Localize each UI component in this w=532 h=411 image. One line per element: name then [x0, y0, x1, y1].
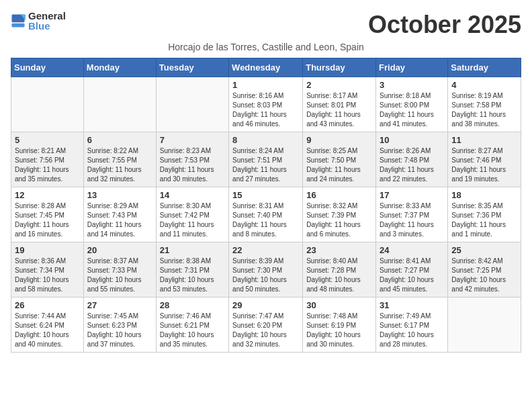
day-info: Sunrise: 8:37 AM Sunset: 7:33 PM Dayligh…: [87, 257, 152, 294]
day-info: Sunrise: 8:26 AM Sunset: 7:48 PM Dayligh…: [380, 146, 444, 184]
day-number: 23: [306, 245, 372, 255]
day-number: 5: [15, 135, 80, 145]
day-info: Sunrise: 7:45 AM Sunset: 6:23 PM Dayligh…: [87, 312, 152, 349]
calendar-cell: 30Sunrise: 7:48 AM Sunset: 6:19 PM Dayli…: [303, 298, 376, 353]
calendar-cell: 4Sunrise: 8:19 AM Sunset: 7:58 PM Daylig…: [448, 77, 521, 132]
day-info: Sunrise: 8:41 AM Sunset: 7:27 PM Dayligh…: [380, 257, 444, 294]
day-info: Sunrise: 8:33 AM Sunset: 7:37 PM Dayligh…: [380, 201, 444, 239]
calendar-cell: 9Sunrise: 8:25 AM Sunset: 7:50 PM Daylig…: [303, 132, 376, 187]
day-number: 16: [306, 190, 372, 200]
week-row-4: 19Sunrise: 8:36 AM Sunset: 7:34 PM Dayli…: [11, 242, 521, 298]
day-number: 7: [160, 135, 225, 145]
header-saturday: Saturday: [448, 58, 521, 77]
calendar-cell: 29Sunrise: 7:47 AM Sunset: 6:20 PM Dayli…: [229, 298, 303, 353]
day-info: Sunrise: 8:39 AM Sunset: 7:30 PM Dayligh…: [232, 257, 299, 294]
day-info: Sunrise: 8:30 AM Sunset: 7:42 PM Dayligh…: [160, 201, 225, 239]
calendar: SundayMondayTuesdayWednesdayThursdayFrid…: [11, 58, 521, 353]
day-number: 1: [232, 80, 299, 90]
day-info: Sunrise: 8:17 AM Sunset: 8:01 PM Dayligh…: [306, 91, 372, 129]
page-header: General Blue October 2025: [11, 11, 521, 39]
calendar-cell: 18Sunrise: 8:35 AM Sunset: 7:36 PM Dayli…: [448, 187, 521, 242]
day-info: Sunrise: 7:46 AM Sunset: 6:21 PM Dayligh…: [160, 312, 225, 349]
day-info: Sunrise: 8:38 AM Sunset: 7:31 PM Dayligh…: [160, 257, 225, 294]
logo-text: General Blue: [28, 11, 66, 31]
day-info: Sunrise: 8:28 AM Sunset: 7:45 PM Dayligh…: [15, 201, 80, 239]
calendar-cell: 19Sunrise: 8:36 AM Sunset: 7:34 PM Dayli…: [11, 242, 84, 298]
calendar-cell: 6Sunrise: 8:22 AM Sunset: 7:55 PM Daylig…: [83, 132, 156, 187]
day-number: 14: [160, 190, 225, 200]
day-number: 17: [380, 190, 444, 200]
calendar-cell: 11Sunrise: 8:27 AM Sunset: 7:46 PM Dayli…: [448, 132, 521, 187]
day-number: 12: [15, 190, 80, 200]
header-monday: Monday: [83, 58, 156, 77]
day-info: Sunrise: 8:21 AM Sunset: 7:56 PM Dayligh…: [15, 146, 80, 184]
calendar-cell: [83, 77, 156, 132]
day-number: 9: [306, 135, 372, 145]
day-info: Sunrise: 8:24 AM Sunset: 7:51 PM Dayligh…: [232, 146, 299, 184]
day-info: Sunrise: 8:31 AM Sunset: 7:40 PM Dayligh…: [232, 201, 299, 239]
logo-general: General: [28, 11, 66, 21]
calendar-cell: [11, 77, 84, 132]
day-number: 2: [306, 80, 372, 90]
day-number: 8: [232, 135, 299, 145]
calendar-cell: [448, 298, 521, 353]
header-wednesday: Wednesday: [229, 58, 303, 77]
day-info: Sunrise: 7:44 AM Sunset: 6:24 PM Dayligh…: [15, 312, 80, 349]
day-number: 4: [451, 80, 517, 90]
calendar-cell: 17Sunrise: 8:33 AM Sunset: 7:37 PM Dayli…: [376, 187, 448, 242]
calendar-cell: 26Sunrise: 7:44 AM Sunset: 6:24 PM Dayli…: [11, 298, 84, 353]
day-info: Sunrise: 7:49 AM Sunset: 6:17 PM Dayligh…: [380, 312, 444, 349]
day-number: 15: [232, 190, 299, 200]
header-friday: Friday: [376, 58, 448, 77]
calendar-cell: 25Sunrise: 8:42 AM Sunset: 7:25 PM Dayli…: [448, 242, 521, 298]
svg-rect-1: [11, 24, 24, 28]
day-number: 22: [232, 245, 299, 255]
day-info: Sunrise: 8:42 AM Sunset: 7:25 PM Dayligh…: [451, 257, 517, 294]
month-title: October 2025: [368, 11, 521, 39]
day-number: 28: [160, 300, 225, 310]
calendar-cell: 12Sunrise: 8:28 AM Sunset: 7:45 PM Dayli…: [11, 187, 84, 242]
header-tuesday: Tuesday: [156, 58, 228, 77]
calendar-header-row: SundayMondayTuesdayWednesdayThursdayFrid…: [11, 58, 521, 77]
day-number: 13: [87, 190, 152, 200]
calendar-cell: 14Sunrise: 8:30 AM Sunset: 7:42 PM Dayli…: [156, 187, 228, 242]
day-info: Sunrise: 8:16 AM Sunset: 8:03 PM Dayligh…: [232, 91, 299, 129]
calendar-cell: 13Sunrise: 8:29 AM Sunset: 7:43 PM Dayli…: [83, 187, 156, 242]
day-number: 27: [87, 300, 152, 310]
day-number: 11: [451, 135, 517, 145]
day-number: 3: [380, 80, 444, 90]
week-row-3: 12Sunrise: 8:28 AM Sunset: 7:45 PM Dayli…: [11, 187, 521, 242]
calendar-cell: 28Sunrise: 7:46 AM Sunset: 6:21 PM Dayli…: [156, 298, 228, 353]
calendar-cell: 1Sunrise: 8:16 AM Sunset: 8:03 PM Daylig…: [229, 77, 303, 132]
calendar-cell: 27Sunrise: 7:45 AM Sunset: 6:23 PM Dayli…: [83, 298, 156, 353]
day-number: 29: [232, 300, 299, 310]
calendar-cell: 3Sunrise: 8:18 AM Sunset: 8:00 PM Daylig…: [376, 77, 448, 132]
day-info: Sunrise: 8:25 AM Sunset: 7:50 PM Dayligh…: [306, 146, 372, 184]
week-row-1: 1Sunrise: 8:16 AM Sunset: 8:03 PM Daylig…: [11, 77, 521, 132]
header-sunday: Sunday: [11, 58, 84, 77]
day-number: 19: [15, 245, 80, 255]
logo-icon: [11, 13, 26, 28]
day-number: 18: [451, 190, 517, 200]
day-number: 21: [160, 245, 225, 255]
day-number: 20: [87, 245, 152, 255]
calendar-cell: 2Sunrise: 8:17 AM Sunset: 8:01 PM Daylig…: [303, 77, 376, 132]
day-number: 6: [87, 135, 152, 145]
day-number: 10: [380, 135, 444, 145]
calendar-cell: 10Sunrise: 8:26 AM Sunset: 7:48 PM Dayli…: [376, 132, 448, 187]
day-info: Sunrise: 8:23 AM Sunset: 7:53 PM Dayligh…: [160, 146, 225, 184]
day-info: Sunrise: 8:29 AM Sunset: 7:43 PM Dayligh…: [87, 201, 152, 239]
calendar-cell: 21Sunrise: 8:38 AM Sunset: 7:31 PM Dayli…: [156, 242, 228, 298]
day-info: Sunrise: 7:47 AM Sunset: 6:20 PM Dayligh…: [232, 312, 299, 349]
calendar-cell: 16Sunrise: 8:32 AM Sunset: 7:39 PM Dayli…: [303, 187, 376, 242]
logo: General Blue: [11, 11, 66, 31]
day-number: 26: [15, 300, 80, 310]
day-number: 31: [380, 300, 444, 310]
header-thursday: Thursday: [303, 58, 376, 77]
week-row-5: 26Sunrise: 7:44 AM Sunset: 6:24 PM Dayli…: [11, 298, 521, 353]
day-info: Sunrise: 8:32 AM Sunset: 7:39 PM Dayligh…: [306, 201, 372, 239]
logo-blue: Blue: [28, 21, 66, 31]
calendar-cell: 23Sunrise: 8:40 AM Sunset: 7:28 PM Dayli…: [303, 242, 376, 298]
day-info: Sunrise: 8:22 AM Sunset: 7:55 PM Dayligh…: [87, 146, 152, 184]
day-info: Sunrise: 7:48 AM Sunset: 6:19 PM Dayligh…: [306, 312, 372, 349]
